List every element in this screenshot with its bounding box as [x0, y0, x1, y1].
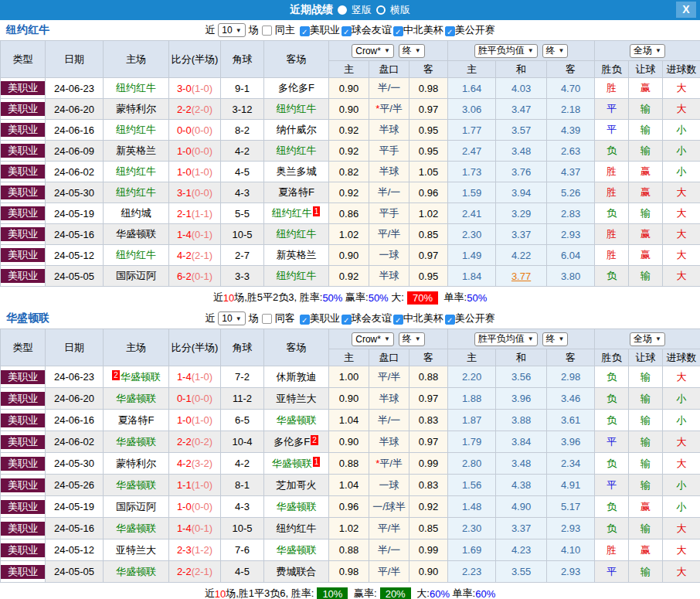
bookmaker-select[interactable]: Crow*▼: [352, 44, 394, 58]
cell-euro-away-odds: 3.80: [547, 266, 595, 287]
match-row: 美职业24-05-05华盛顿联2-2(2-1)4-5费城联合0.98平/半0.9…: [1, 561, 700, 583]
cell-score: 3-0(1-0): [169, 78, 221, 99]
league-checkbox[interactable]: ✓: [445, 26, 455, 36]
league-label: 中北美杯: [403, 312, 443, 324]
col-type: 类型: [1, 41, 46, 78]
radio-horizontal-layout[interactable]: [376, 5, 386, 15]
league-checkbox[interactable]: ✓: [445, 315, 455, 325]
same-venue-checkbox[interactable]: [262, 26, 272, 36]
col-date: 日期: [46, 41, 104, 78]
league-checkbox[interactable]: ✓: [300, 315, 310, 325]
handicap-text: 半球: [379, 165, 399, 177]
match-count-select[interactable]: 10▼: [218, 23, 245, 37]
fulltime-score: 0-1: [177, 393, 192, 404]
cell-asian-home-odds: 0.98: [329, 561, 369, 583]
league-checkbox[interactable]: ✓: [393, 315, 403, 325]
league-checkbox-group: ✓美职业✓球会友谊✓中北美杯✓美公开赛: [298, 23, 495, 37]
league-type-pill: 美职业: [1, 457, 45, 471]
cell-corners: 6-5: [221, 410, 264, 431]
radio-vertical-layout[interactable]: [338, 5, 347, 15]
cell-euro-draw-odds: 3.84: [496, 431, 547, 453]
team-name: 华盛顿联: [116, 522, 156, 534]
match-count-select[interactable]: 10▼: [218, 311, 245, 325]
match-row: 美职业24-05-12亚特兰大2-3(1-2)7-6华盛顿联0.88半/一0.9…: [1, 539, 700, 561]
cell-asian-away-odds: 0.90: [409, 561, 448, 583]
cell-euro-draw-odds: 3.56: [496, 366, 547, 388]
cell-corners: 10-5: [221, 224, 264, 245]
cell-corners: 9-1: [221, 78, 264, 99]
radio-vertical-label[interactable]: 竖版: [352, 3, 372, 17]
bookmaker-select[interactable]: Crow*▼: [352, 332, 394, 346]
team-name: 新英格兰: [116, 145, 156, 156]
cell-euro-away-odds: 4.39: [547, 120, 595, 141]
cell-home-team: 华盛顿联: [104, 224, 169, 245]
handicap-text: 平手: [379, 145, 399, 156]
cell-corners: 4-3: [221, 182, 264, 203]
team-name: 奥兰多城: [277, 165, 317, 177]
avg-odds-select[interactable]: 胜平负均值▼: [474, 332, 538, 346]
col-asian-home: 主: [329, 61, 369, 78]
cell-euro-draw-odds: 3.48: [496, 141, 547, 162]
euro-draw-value: 3.77: [511, 271, 531, 282]
scope-select[interactable]: 全场▼: [630, 44, 665, 58]
league-checkbox[interactable]: ✓: [300, 26, 310, 36]
league-checkbox[interactable]: ✓: [342, 26, 352, 36]
cell-home-team: 纽约红牛: [104, 120, 169, 141]
league-type-pill: 美职业: [1, 81, 45, 95]
cell-handicap-result: 输: [629, 366, 663, 388]
radio-horizontal-label[interactable]: 横版: [390, 3, 410, 17]
cell-handicap-result: 输: [629, 518, 663, 539]
games-label: 场: [249, 23, 259, 37]
cell-corners: 3-3: [221, 266, 264, 287]
cell-result: 平: [595, 99, 629, 120]
cell-score: 1-0(0-0): [169, 141, 221, 162]
league-filter: ✓球会友谊: [342, 24, 392, 36]
cell-handicap: 平手: [369, 141, 409, 162]
euro-draw-value: 4.23: [511, 544, 531, 556]
cell-date: 24-06-23: [46, 78, 104, 99]
cell-euro-draw-odds: 3.96: [496, 388, 547, 410]
same-venue-checkbox[interactable]: [262, 314, 272, 324]
cell-handicap-result: 赢: [629, 182, 663, 203]
col-score: 比分(半场): [169, 329, 221, 366]
cell-home-team: 华盛顿联: [104, 518, 169, 539]
final-odds-select[interactable]: 终▼: [542, 332, 569, 346]
chevron-down-icon: ▼: [655, 47, 661, 54]
cell-asian-away-odds: 0.97: [409, 245, 448, 266]
scope-select[interactable]: 全场▼: [630, 332, 665, 346]
cell-euro-draw-odds: 3.76: [496, 162, 547, 182]
cell-handicap: 平/半: [369, 561, 409, 583]
close-icon[interactable]: X: [676, 2, 696, 18]
cell-score: 2-1(1-1): [169, 203, 221, 224]
handicap-text: 平/半: [378, 522, 401, 534]
col-asian-home: 主: [329, 349, 369, 366]
league-checkbox[interactable]: ✓: [393, 26, 403, 36]
cell-date: 24-06-20: [46, 388, 104, 410]
final-odds-select[interactable]: 终▼: [399, 332, 425, 346]
cell-score: 1-0(0-0): [169, 496, 221, 518]
cell-handicap: *平/半: [369, 99, 409, 120]
cell-handicap-result: 赢: [629, 245, 663, 266]
col-cover: 让球: [629, 349, 663, 366]
cell-euro-home-odds: 1.56: [448, 475, 496, 496]
cell-away-team: 华盛顿联: [264, 539, 329, 561]
cell-score: 1-4(1-0): [169, 366, 221, 388]
chevron-down-icon: ▼: [236, 27, 242, 34]
chevron-down-icon: ▼: [559, 335, 565, 342]
team-name: 亚特兰大: [116, 544, 156, 556]
cell-euro-home-odds: 1.64: [448, 78, 496, 99]
chevron-down-icon: ▼: [655, 335, 661, 342]
avg-odds-select[interactable]: 胜平负均值▼: [474, 44, 538, 58]
results-table: 类型 日期 主场 比分(半场) 角球 客场 Crow*▼ 终▼ 胜平负均值▼ 终…: [0, 328, 700, 583]
final-odds-select[interactable]: 终▼: [542, 44, 569, 58]
team-name: 多伦多F: [274, 436, 310, 448]
cell-corners: 3-12: [221, 99, 264, 120]
summary-segment: 赢率:: [351, 587, 376, 599]
final-odds-select[interactable]: 终▼: [399, 44, 425, 58]
col-euro-away: 客: [547, 349, 595, 366]
summary-segment: 胜率:: [291, 587, 314, 599]
fulltime-score: 3-1: [177, 187, 192, 199]
league-checkbox[interactable]: ✓: [342, 315, 352, 325]
cell-home-team: 华盛顿联: [104, 388, 169, 410]
col-euro-home: 主: [448, 349, 496, 366]
